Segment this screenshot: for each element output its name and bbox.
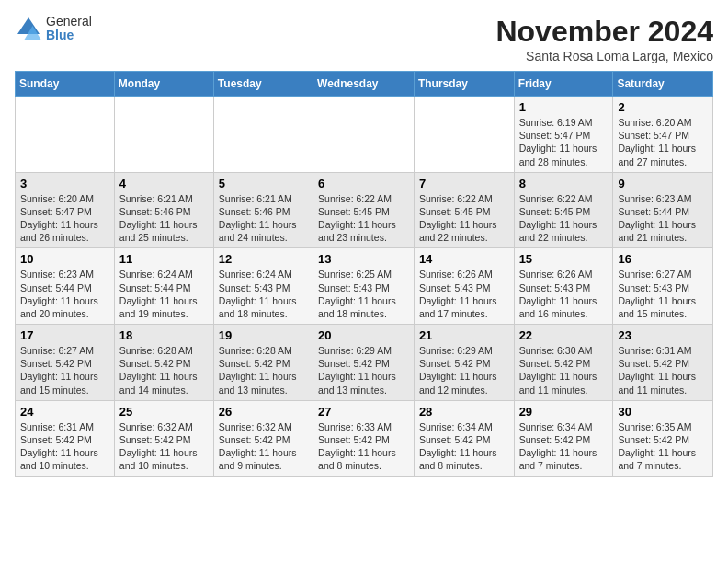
- day-number: 4: [119, 177, 209, 190]
- day-info: Sunrise: 6:20 AM Sunset: 5:47 PM Dayligh…: [618, 116, 708, 168]
- day-number: 26: [219, 405, 308, 419]
- calendar-cell: 30Sunrise: 6:35 AM Sunset: 5:42 PM Dayli…: [613, 400, 713, 477]
- calendar-week-2: 3Sunrise: 6:20 AM Sunset: 5:47 PM Daylig…: [16, 172, 713, 248]
- day-info: Sunrise: 6:22 AM Sunset: 5:45 PM Dayligh…: [318, 192, 409, 245]
- day-info: Sunrise: 6:28 AM Sunset: 5:42 PM Dayligh…: [219, 344, 308, 396]
- day-info: Sunrise: 6:33 AM Sunset: 5:42 PM Dayligh…: [318, 420, 409, 473]
- calendar-cell: 20Sunrise: 6:29 AM Sunset: 5:42 PM Dayli…: [313, 325, 415, 401]
- calendar-cell: 10Sunrise: 6:23 AM Sunset: 5:44 PM Dayli…: [16, 248, 115, 325]
- calendar-cell: 6Sunrise: 6:22 AM Sunset: 5:45 PM Daylig…: [313, 172, 415, 248]
- day-number: 29: [519, 405, 609, 419]
- day-number: 13: [318, 252, 409, 266]
- logo-text: General Blue: [46, 15, 92, 43]
- day-number: 1: [519, 100, 609, 114]
- day-number: 2: [618, 100, 708, 114]
- calendar-cell: 3Sunrise: 6:20 AM Sunset: 5:47 PM Daylig…: [16, 172, 115, 248]
- day-number: 18: [119, 328, 209, 342]
- day-info: Sunrise: 6:22 AM Sunset: 5:45 PM Dayligh…: [419, 192, 509, 245]
- day-number: 25: [119, 405, 209, 419]
- month-title: November 2024: [495, 15, 713, 49]
- day-info: Sunrise: 6:24 AM Sunset: 5:44 PM Dayligh…: [119, 268, 209, 320]
- day-info: Sunrise: 6:29 AM Sunset: 5:42 PM Dayligh…: [419, 344, 509, 396]
- calendar-cell: 11Sunrise: 6:24 AM Sunset: 5:44 PM Dayli…: [114, 248, 213, 325]
- day-info: Sunrise: 6:32 AM Sunset: 5:42 PM Dayligh…: [119, 420, 209, 473]
- calendar-cell: 23Sunrise: 6:31 AM Sunset: 5:42 PM Dayli…: [613, 325, 713, 401]
- calendar-header: SundayMondayTuesdayWednesdayThursdayFrid…: [16, 72, 713, 97]
- day-info: Sunrise: 6:23 AM Sunset: 5:44 PM Dayligh…: [20, 268, 109, 320]
- day-number: 5: [219, 177, 308, 190]
- logo-icon: [15, 15, 42, 42]
- day-number: 6: [318, 177, 409, 190]
- day-number: 9: [618, 177, 708, 190]
- day-info: Sunrise: 6:34 AM Sunset: 5:42 PM Dayligh…: [519, 420, 609, 473]
- day-info: Sunrise: 6:24 AM Sunset: 5:43 PM Dayligh…: [219, 268, 308, 320]
- day-number: 22: [519, 328, 609, 342]
- day-number: 30: [618, 405, 708, 419]
- day-number: 16: [618, 252, 708, 266]
- title-block: November 2024 Santa Rosa Loma Larga, Mex…: [495, 15, 713, 63]
- day-info: Sunrise: 6:22 AM Sunset: 5:45 PM Dayligh…: [519, 192, 609, 245]
- day-number: 8: [519, 177, 609, 190]
- day-info: Sunrise: 6:27 AM Sunset: 5:42 PM Dayligh…: [20, 344, 109, 396]
- calendar-cell: 19Sunrise: 6:28 AM Sunset: 5:42 PM Dayli…: [213, 325, 313, 401]
- day-info: Sunrise: 6:34 AM Sunset: 5:42 PM Dayligh…: [419, 420, 509, 473]
- weekday-header-sunday: Sunday: [16, 72, 115, 97]
- day-info: Sunrise: 6:31 AM Sunset: 5:42 PM Dayligh…: [618, 344, 708, 396]
- calendar-cell: [114, 97, 213, 173]
- day-info: Sunrise: 6:23 AM Sunset: 5:44 PM Dayligh…: [618, 192, 708, 245]
- calendar-cell: [16, 97, 115, 173]
- calendar-cell: 9Sunrise: 6:23 AM Sunset: 5:44 PM Daylig…: [613, 172, 713, 248]
- calendar-week-3: 10Sunrise: 6:23 AM Sunset: 5:44 PM Dayli…: [16, 248, 713, 325]
- calendar-cell: 26Sunrise: 6:32 AM Sunset: 5:42 PM Dayli…: [213, 400, 313, 477]
- calendar-cell: 22Sunrise: 6:30 AM Sunset: 5:42 PM Dayli…: [514, 325, 613, 401]
- day-info: Sunrise: 6:29 AM Sunset: 5:42 PM Dayligh…: [318, 344, 409, 396]
- day-info: Sunrise: 6:35 AM Sunset: 5:42 PM Dayligh…: [618, 420, 708, 473]
- day-info: Sunrise: 6:20 AM Sunset: 5:47 PM Dayligh…: [20, 192, 109, 245]
- calendar-cell: 14Sunrise: 6:26 AM Sunset: 5:43 PM Dayli…: [414, 248, 514, 325]
- day-info: Sunrise: 6:26 AM Sunset: 5:43 PM Dayligh…: [419, 268, 509, 320]
- day-info: Sunrise: 6:21 AM Sunset: 5:46 PM Dayligh…: [219, 192, 308, 245]
- day-number: 20: [318, 328, 409, 342]
- weekday-header-thursday: Thursday: [414, 72, 514, 97]
- day-number: 24: [20, 405, 109, 419]
- calendar-cell: 8Sunrise: 6:22 AM Sunset: 5:45 PM Daylig…: [514, 172, 613, 248]
- day-number: 7: [419, 177, 509, 190]
- calendar-cell: 25Sunrise: 6:32 AM Sunset: 5:42 PM Dayli…: [114, 400, 213, 477]
- logo-general-label: General: [46, 15, 92, 29]
- day-number: 27: [318, 405, 409, 419]
- weekday-header-friday: Friday: [514, 72, 613, 97]
- day-number: 23: [618, 328, 708, 342]
- day-number: 21: [419, 328, 509, 342]
- location-subtitle: Santa Rosa Loma Larga, Mexico: [495, 49, 713, 63]
- page-header: General Blue November 2024 Santa Rosa Lo…: [15, 15, 713, 63]
- day-number: 3: [20, 177, 109, 190]
- day-number: 11: [119, 252, 209, 266]
- calendar-cell: 1Sunrise: 6:19 AM Sunset: 5:47 PM Daylig…: [514, 97, 613, 173]
- calendar-cell: 21Sunrise: 6:29 AM Sunset: 5:42 PM Dayli…: [414, 325, 514, 401]
- calendar-week-1: 1Sunrise: 6:19 AM Sunset: 5:47 PM Daylig…: [16, 97, 713, 173]
- calendar-cell: 12Sunrise: 6:24 AM Sunset: 5:43 PM Dayli…: [213, 248, 313, 325]
- calendar-table: SundayMondayTuesdayWednesdayThursdayFrid…: [15, 71, 713, 477]
- weekday-header-monday: Monday: [114, 72, 213, 97]
- day-number: 19: [219, 328, 308, 342]
- logo-blue-label: Blue: [46, 29, 92, 42]
- day-number: 12: [219, 252, 308, 266]
- day-info: Sunrise: 6:28 AM Sunset: 5:42 PM Dayligh…: [119, 344, 209, 396]
- weekday-header-row: SundayMondayTuesdayWednesdayThursdayFrid…: [16, 72, 713, 97]
- calendar-cell: 15Sunrise: 6:26 AM Sunset: 5:43 PM Dayli…: [514, 248, 613, 325]
- day-info: Sunrise: 6:25 AM Sunset: 5:43 PM Dayligh…: [318, 268, 409, 320]
- calendar-cell: 7Sunrise: 6:22 AM Sunset: 5:45 PM Daylig…: [414, 172, 514, 248]
- calendar-week-4: 17Sunrise: 6:27 AM Sunset: 5:42 PM Dayli…: [16, 325, 713, 401]
- calendar-cell: [313, 97, 415, 173]
- day-number: 28: [419, 405, 509, 419]
- day-number: 15: [519, 252, 609, 266]
- day-info: Sunrise: 6:31 AM Sunset: 5:42 PM Dayligh…: [20, 420, 109, 473]
- day-info: Sunrise: 6:19 AM Sunset: 5:47 PM Dayligh…: [519, 116, 609, 168]
- calendar-cell: 29Sunrise: 6:34 AM Sunset: 5:42 PM Dayli…: [514, 400, 613, 477]
- calendar-cell: 4Sunrise: 6:21 AM Sunset: 5:46 PM Daylig…: [114, 172, 213, 248]
- day-number: 17: [20, 328, 109, 342]
- day-info: Sunrise: 6:26 AM Sunset: 5:43 PM Dayligh…: [519, 268, 609, 320]
- calendar-cell: 28Sunrise: 6:34 AM Sunset: 5:42 PM Dayli…: [414, 400, 514, 477]
- calendar-cell: 5Sunrise: 6:21 AM Sunset: 5:46 PM Daylig…: [213, 172, 313, 248]
- calendar-cell: 18Sunrise: 6:28 AM Sunset: 5:42 PM Dayli…: [114, 325, 213, 401]
